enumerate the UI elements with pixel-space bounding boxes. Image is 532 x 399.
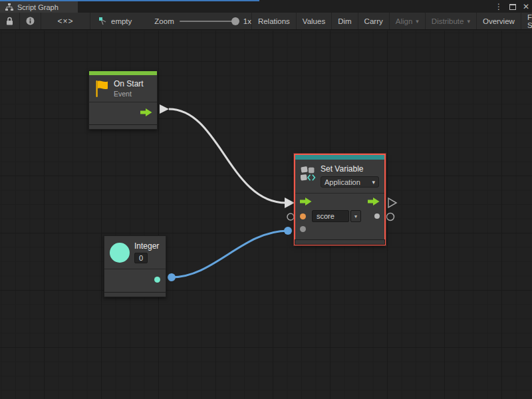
- relations-button[interactable]: Relations: [252, 13, 297, 29]
- value-input-port-dot[interactable]: [300, 226, 306, 232]
- tab-label: Script Graph: [17, 3, 59, 11]
- distribute-dropdown[interactable]: Distribute ▾: [426, 13, 477, 29]
- flow-output-arrow-icon[interactable]: [368, 198, 380, 205]
- wire-control[interactable]: [169, 109, 286, 203]
- node-footer: [295, 239, 385, 245]
- chevron-down-icon: ▾: [372, 179, 375, 186]
- code-preview-button[interactable]: <×>: [41, 13, 90, 29]
- chevron-down-icon: ▾: [416, 18, 419, 25]
- control-exit-port[interactable]: [388, 198, 396, 207]
- zoom-slider-handle[interactable]: [231, 17, 239, 25]
- node-set-variable[interactable]: Set Variable Application ▾: [294, 154, 386, 245]
- integer-output-port[interactable]: [154, 277, 160, 283]
- carry-button[interactable]: Carry: [358, 13, 390, 29]
- node-title: On Start: [114, 79, 144, 88]
- zoom-value: 1x: [243, 17, 251, 25]
- output-value-port[interactable]: [374, 213, 380, 219]
- value-input-port[interactable]: [287, 213, 294, 220]
- flow-input-arrow-icon[interactable]: [300, 198, 312, 205]
- variable-name-dropdown-button[interactable]: ▾: [350, 210, 361, 222]
- wire-value[interactable]: [172, 231, 288, 277]
- maximize-icon[interactable]: [509, 4, 516, 10]
- chevron-down-icon: ▾: [467, 18, 470, 25]
- integer-value-field[interactable]: 0: [134, 253, 148, 263]
- fullscreen-button[interactable]: Full Screen: [521, 13, 532, 29]
- lock-button[interactable]: [0, 13, 20, 29]
- value-output-port[interactable]: [387, 213, 394, 221]
- dim-button[interactable]: Dim: [332, 13, 358, 29]
- lock-icon: [6, 17, 13, 25]
- window-menu-icon[interactable]: ⋮: [495, 1, 503, 12]
- wire-value-end-dot[interactable]: [284, 227, 292, 235]
- graph-canvas[interactable]: On Start Event Set Variable Appli: [0, 31, 532, 399]
- control-output-port[interactable]: [160, 104, 169, 114]
- node-title: Set Variable: [321, 164, 379, 174]
- graph-toolbar: <×> empty Zoom 1x Relations Values Dim C…: [0, 13, 532, 30]
- flag-icon: [94, 80, 109, 98]
- chevron-down-icon: ▾: [354, 213, 357, 219]
- breadcrumb-label: empty: [111, 17, 132, 25]
- flow-output-arrow-icon[interactable]: [140, 108, 152, 116]
- nest-graph-icon: [98, 17, 108, 26]
- variable-scope-dropdown[interactable]: Application ▾: [321, 176, 379, 188]
- titlebar: Script Graph ⋮ ✕: [0, 0, 532, 13]
- node-on-start[interactable]: On Start Event: [88, 70, 158, 130]
- tab-script-graph[interactable]: Script Graph: [0, 1, 78, 13]
- name-input-port[interactable]: [300, 213, 306, 219]
- wire-value-start-dot[interactable]: [168, 273, 176, 281]
- node-footer: [104, 292, 166, 297]
- wire-layer: [0, 31, 532, 399]
- node-subtitle: Event: [114, 90, 144, 98]
- info-icon: [26, 17, 35, 25]
- overview-button[interactable]: Overview: [477, 13, 521, 29]
- scope-label: Application: [325, 178, 360, 186]
- set-variable-icon: [301, 164, 316, 183]
- variable-accent-stripe: [295, 155, 384, 160]
- variable-name-field[interactable]: score: [312, 210, 349, 222]
- align-dropdown[interactable]: Align ▾: [390, 13, 426, 29]
- node-integer[interactable]: Integer 0: [104, 235, 166, 297]
- graph-hierarchy-icon: [5, 3, 13, 11]
- node-footer: [88, 124, 158, 130]
- wire-control-arrowhead: [285, 198, 295, 208]
- close-icon[interactable]: ✕: [523, 1, 529, 12]
- zoom-slider[interactable]: [180, 21, 238, 22]
- graph-breadcrumb[interactable]: empty: [98, 17, 132, 26]
- values-button[interactable]: Values: [297, 13, 332, 29]
- inspect-button[interactable]: [20, 13, 41, 29]
- integer-icon: [110, 243, 130, 263]
- zoom-label: Zoom: [154, 17, 174, 25]
- code-icon: <×>: [57, 17, 73, 26]
- node-title: Integer: [134, 241, 159, 251]
